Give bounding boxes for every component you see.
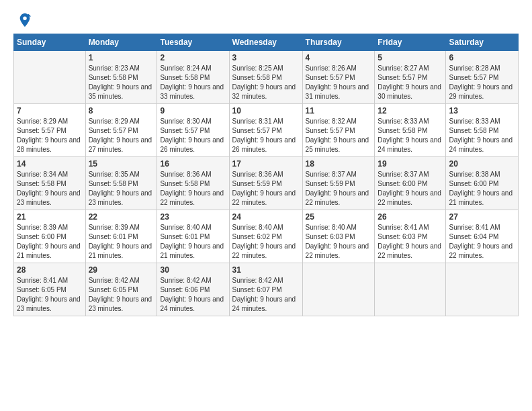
sunrise-label: Sunrise: 8:24 AM [160, 64, 211, 72]
day-info: Sunrise: 8:29 AM Sunset: 5:57 PM Dayligh… [17, 117, 83, 154]
calendar-cell: 31 Sunrise: 8:42 AM Sunset: 6:07 PM Dayl… [229, 263, 302, 316]
sunrise-label: Sunrise: 8:42 AM [232, 277, 283, 284]
day-info: Sunrise: 8:40 AM Sunset: 6:01 PM Dayligh… [160, 223, 226, 261]
sunrise-label: Sunrise: 8:41 AM [378, 224, 429, 231]
calendar-cell: 5 Sunrise: 8:27 AM Sunset: 5:57 PM Dayli… [375, 51, 446, 104]
day-info: Sunrise: 8:33 AM Sunset: 5:58 PM Dayligh… [449, 117, 515, 154]
sunrise-label: Sunrise: 8:39 AM [17, 224, 68, 231]
daylight-label: Daylight: 9 hours and 33 minutes. [160, 83, 224, 100]
day-number: 3 [232, 53, 300, 62]
day-number: 4 [306, 53, 372, 62]
daylight-label: Daylight: 9 hours and 32 minutes. [232, 83, 296, 100]
day-number: 14 [17, 159, 83, 169]
weekday-header: Monday [85, 34, 157, 51]
calendar-cell: 20 Sunrise: 8:38 AM Sunset: 6:00 PM Dayl… [446, 157, 519, 210]
sunset-label: Sunset: 6:00 PM [378, 180, 427, 187]
weekday-header: Tuesday [157, 34, 229, 51]
calendar-cell: 16 Sunrise: 8:36 AM Sunset: 5:58 PM Dayl… [157, 157, 229, 210]
header-area [13, 12, 519, 27]
day-info: Sunrise: 8:27 AM Sunset: 5:57 PM Dayligh… [378, 64, 443, 101]
sunrise-label: Sunrise: 8:39 AM [89, 224, 140, 231]
day-info: Sunrise: 8:24 AM Sunset: 5:58 PM Dayligh… [160, 64, 226, 101]
daylight-label: Daylight: 9 hours and 22 minutes. [160, 189, 224, 206]
sunrise-label: Sunrise: 8:35 AM [89, 171, 140, 178]
calendar-cell: 9 Sunrise: 8:30 AM Sunset: 5:57 PM Dayli… [157, 104, 229, 157]
sunset-label: Sunset: 5:57 PM [449, 74, 498, 81]
day-info: Sunrise: 8:37 AM Sunset: 5:59 PM Dayligh… [306, 170, 372, 208]
sunset-label: Sunset: 5:58 PM [89, 74, 138, 81]
calendar-cell: 26 Sunrise: 8:41 AM Sunset: 6:03 PM Dayl… [375, 210, 446, 263]
daylight-label: Daylight: 9 hours and 22 minutes. [306, 189, 369, 206]
day-info: Sunrise: 8:42 AM Sunset: 6:07 PM Dayligh… [232, 276, 300, 314]
daylight-label: Daylight: 9 hours and 28 minutes. [17, 136, 81, 153]
sunrise-label: Sunrise: 8:27 AM [378, 64, 429, 72]
daylight-label: Daylight: 9 hours and 26 minutes. [232, 136, 296, 153]
sunset-label: Sunset: 6:05 PM [17, 286, 66, 293]
day-number: 31 [232, 265, 300, 275]
calendar-cell: 21 Sunrise: 8:39 AM Sunset: 6:00 PM Dayl… [14, 210, 86, 263]
sunset-label: Sunset: 6:04 PM [449, 233, 498, 240]
daylight-label: Daylight: 9 hours and 25 minutes. [306, 136, 369, 153]
day-info: Sunrise: 8:36 AM Sunset: 5:58 PM Dayligh… [160, 170, 226, 208]
daylight-label: Daylight: 9 hours and 21 minutes. [89, 242, 152, 259]
sunrise-label: Sunrise: 8:33 AM [449, 118, 500, 125]
daylight-label: Daylight: 9 hours and 24 minutes. [378, 136, 441, 153]
sunrise-label: Sunrise: 8:38 AM [449, 171, 500, 178]
daylight-label: Daylight: 9 hours and 27 minutes. [89, 136, 152, 153]
day-number: 16 [160, 159, 226, 169]
calendar-cell: 23 Sunrise: 8:40 AM Sunset: 6:01 PM Dayl… [157, 210, 229, 263]
sunrise-label: Sunrise: 8:37 AM [378, 171, 429, 178]
sunrise-label: Sunrise: 8:42 AM [89, 277, 140, 284]
calendar-cell: 22 Sunrise: 8:39 AM Sunset: 6:01 PM Dayl… [85, 210, 157, 263]
sunset-label: Sunset: 6:06 PM [160, 286, 210, 293]
day-info: Sunrise: 8:38 AM Sunset: 6:00 PM Dayligh… [449, 170, 515, 208]
day-number: 26 [378, 212, 443, 222]
day-info: Sunrise: 8:34 AM Sunset: 5:58 PM Dayligh… [17, 170, 83, 208]
page-container: SundayMondayTuesdayWednesdayThursdayFrid… [0, 0, 532, 324]
day-number: 19 [378, 159, 443, 169]
sunrise-label: Sunrise: 8:28 AM [449, 64, 500, 72]
calendar-cell [14, 51, 86, 104]
sunrise-label: Sunrise: 8:36 AM [160, 171, 211, 178]
calendar-cell [446, 263, 519, 316]
day-info: Sunrise: 8:25 AM Sunset: 5:58 PM Dayligh… [232, 64, 300, 101]
daylight-label: Daylight: 9 hours and 23 minutes. [17, 295, 81, 312]
sunset-label: Sunset: 5:57 PM [306, 74, 355, 81]
day-info: Sunrise: 8:33 AM Sunset: 5:58 PM Dayligh… [378, 117, 443, 154]
calendar-cell: 7 Sunrise: 8:29 AM Sunset: 5:57 PM Dayli… [14, 104, 86, 157]
day-info: Sunrise: 8:41 AM Sunset: 6:03 PM Dayligh… [378, 223, 443, 261]
sunrise-label: Sunrise: 8:32 AM [306, 118, 357, 125]
sunset-label: Sunset: 5:58 PM [378, 127, 427, 134]
sunset-label: Sunset: 6:01 PM [89, 233, 138, 240]
day-info: Sunrise: 8:36 AM Sunset: 5:59 PM Dayligh… [232, 170, 300, 208]
calendar-table: SundayMondayTuesdayWednesdayThursdayFrid… [13, 34, 519, 316]
calendar-cell: 10 Sunrise: 8:31 AM Sunset: 5:57 PM Dayl… [229, 104, 302, 157]
weekday-row: SundayMondayTuesdayWednesdayThursdayFrid… [14, 34, 519, 51]
day-info: Sunrise: 8:41 AM Sunset: 6:05 PM Dayligh… [17, 276, 83, 314]
calendar-cell [302, 263, 375, 316]
calendar-cell: 24 Sunrise: 8:40 AM Sunset: 6:02 PM Dayl… [229, 210, 302, 263]
calendar-cell: 13 Sunrise: 8:33 AM Sunset: 5:58 PM Dayl… [446, 104, 519, 157]
sunset-label: Sunset: 5:58 PM [17, 180, 66, 187]
day-info: Sunrise: 8:31 AM Sunset: 5:57 PM Dayligh… [232, 117, 300, 154]
calendar-cell: 15 Sunrise: 8:35 AM Sunset: 5:58 PM Dayl… [85, 157, 157, 210]
calendar-cell: 1 Sunrise: 8:23 AM Sunset: 5:58 PM Dayli… [85, 51, 157, 104]
day-number: 25 [306, 212, 372, 222]
sunrise-label: Sunrise: 8:25 AM [232, 64, 283, 72]
daylight-label: Daylight: 9 hours and 31 minutes. [306, 83, 369, 100]
calendar-cell: 8 Sunrise: 8:29 AM Sunset: 5:57 PM Dayli… [85, 104, 157, 157]
day-info: Sunrise: 8:39 AM Sunset: 6:00 PM Dayligh… [17, 223, 83, 261]
day-number: 11 [306, 106, 372, 116]
daylight-label: Daylight: 9 hours and 22 minutes. [378, 242, 441, 259]
calendar-cell: 17 Sunrise: 8:36 AM Sunset: 5:59 PM Dayl… [229, 157, 302, 210]
daylight-label: Daylight: 9 hours and 21 minutes. [449, 189, 513, 206]
daylight-label: Daylight: 9 hours and 23 minutes. [89, 295, 152, 312]
sunrise-label: Sunrise: 8:36 AM [232, 171, 283, 178]
calendar-header: SundayMondayTuesdayWednesdayThursdayFrid… [14, 34, 519, 51]
day-info: Sunrise: 8:39 AM Sunset: 6:01 PM Dayligh… [89, 223, 154, 261]
sunrise-label: Sunrise: 8:34 AM [17, 171, 68, 178]
sunset-label: Sunset: 5:57 PM [378, 74, 427, 81]
sunrise-label: Sunrise: 8:40 AM [306, 224, 357, 231]
calendar-week-row: 28 Sunrise: 8:41 AM Sunset: 6:05 PM Dayl… [14, 263, 519, 316]
calendar-cell: 2 Sunrise: 8:24 AM Sunset: 5:58 PM Dayli… [157, 51, 229, 104]
